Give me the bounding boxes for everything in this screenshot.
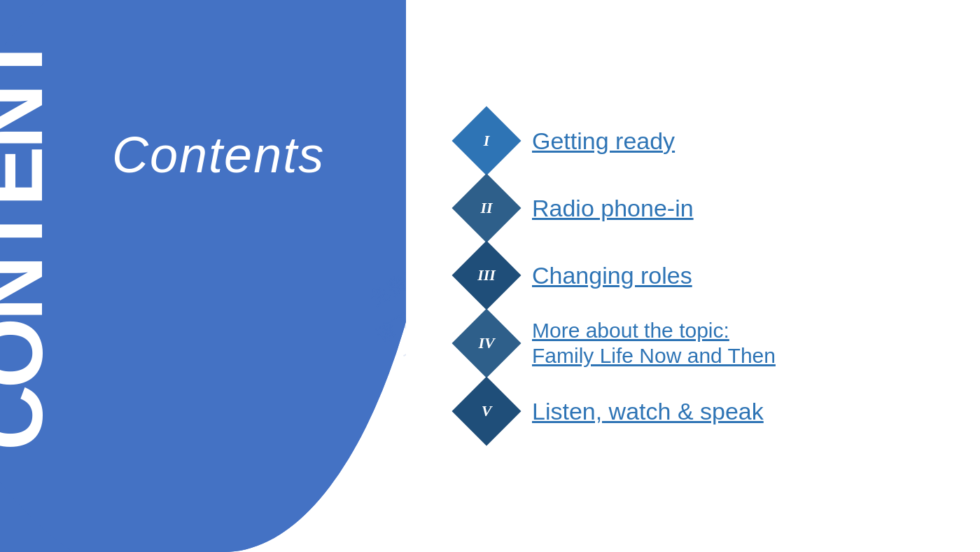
diamond-inner-1: I — [462, 116, 511, 165]
menu-item-5[interactable]: V Listen, watch & speak — [462, 387, 952, 436]
diamond-1: I — [452, 106, 522, 176]
numeral-3: III — [477, 266, 496, 284]
content-vertical-title: CONTENT — [0, 35, 63, 450]
diamond-inner-3: III — [462, 251, 511, 300]
diamond-4: IV — [452, 309, 522, 378]
numeral-4: IV — [478, 334, 494, 352]
diamond-inner-4: IV — [462, 319, 511, 368]
slide: CONTENT Contents 免费查看完整学习资料 请下载完整小料 下载PP… — [0, 0, 980, 552]
menu-text-4: More about the topic: Family Life Now an… — [532, 318, 776, 368]
menu-item-4[interactable]: IV More about the topic: Family Life Now… — [462, 318, 952, 368]
menu-text-5: Listen, watch & speak — [532, 397, 764, 426]
numeral-5: V — [482, 402, 492, 420]
diamond-3: III — [452, 241, 522, 310]
numeral-2: II — [480, 199, 492, 217]
diamond-5: V — [452, 377, 522, 446]
numeral-1: I — [484, 132, 490, 150]
diamond-inner-2: II — [462, 184, 511, 233]
background-circle — [0, 0, 448, 552]
menu-text-3: Changing roles — [532, 261, 692, 290]
diamond-2: II — [452, 174, 522, 243]
menu-item-1[interactable]: I Getting ready — [462, 116, 952, 165]
right-panel: I Getting ready II Radio phone-in III Ch… — [406, 0, 980, 552]
contents-label: Contents — [112, 126, 325, 184]
menu-item-3[interactable]: III Changing roles — [462, 251, 952, 300]
left-panel: CONTENT Contents — [0, 0, 448, 552]
menu-text-2: Radio phone-in — [532, 194, 694, 223]
menu-item-2[interactable]: II Radio phone-in — [462, 184, 952, 233]
menu-text-1: Getting ready — [532, 127, 675, 156]
diamond-inner-5: V — [462, 387, 511, 436]
